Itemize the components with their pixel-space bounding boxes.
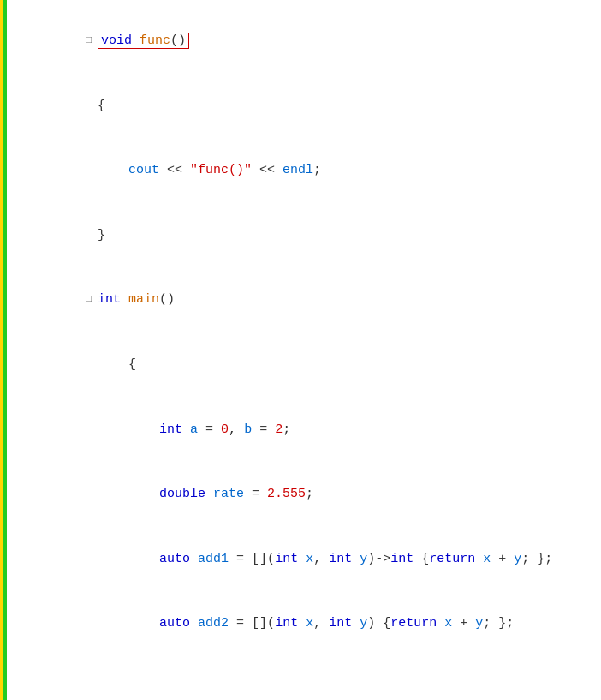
line-open-brace-2: { [31,332,592,398]
line-void-func: □void func() [31,9,592,74]
line-blank-1 [31,656,592,678]
line-int-main: □int main() [31,267,592,332]
line-auto-add1: auto add1 = [](int x, int y)->int {retur… [31,527,592,592]
line-cout-func: cout << "func()" << endl; [31,138,592,203]
line-double-rate: double rate = 2.555; [31,462,592,527]
line-auto-add2: auto add2 = [](int x, int y) {return x +… [31,591,592,656]
line-int-ab: int a = 0, b = 2; [31,397,592,462]
line-open-brace-1: { [31,74,592,139]
line-auto-add3: auto add3 = [rate](int x, int y) {return… [31,678,592,700]
line-close-brace-1: } [31,203,592,268]
